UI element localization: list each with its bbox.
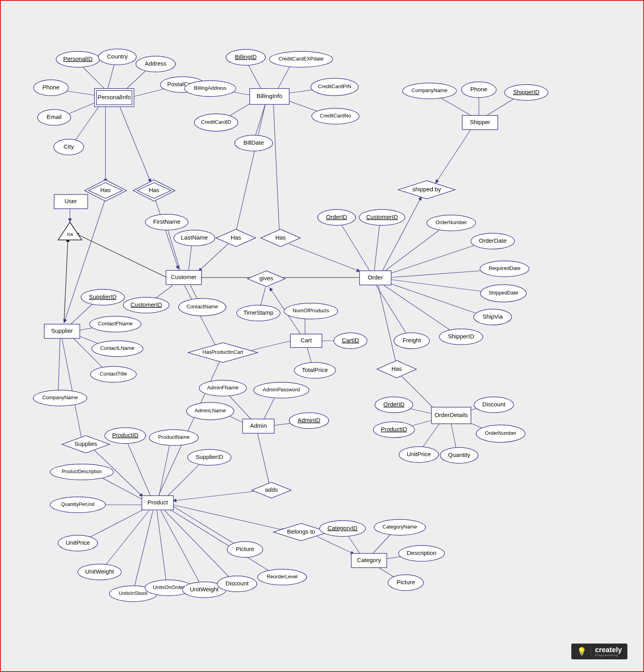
svg-text:CreditCardNo: CreditCardNo [320, 113, 351, 119]
svg-text:UnitPrice: UnitPrice [407, 451, 431, 457]
rel-has6-label: Has [392, 365, 402, 372]
rel-gives-label: gives [259, 275, 273, 281]
svg-text:ShipperID: ShipperID [448, 333, 475, 340]
svg-text:Picture: Picture [397, 579, 415, 585]
svg-line-26 [382, 196, 422, 272]
rel-has4-label: Has [275, 234, 286, 241]
entity-orderdetails-label: OrderDetails [435, 412, 468, 418]
svg-text:CreditCardEXPdate: CreditCardEXPdate [279, 56, 324, 62]
svg-text:ContactFName: ContactFName [98, 321, 132, 327]
er-diagram-svg: User ISA PersonalInfo BillingInfo Shippe… [1, 1, 644, 672]
svg-text:CategoryName: CategoryName [382, 524, 417, 530]
svg-line-20 [198, 244, 228, 272]
svg-text:AdminLName: AdminLName [195, 408, 226, 413]
svg-text:CustomerID: CustomerID [130, 301, 162, 308]
svg-line-73 [125, 438, 151, 497]
rel-belongsto-label: Belongs to [287, 528, 315, 535]
svg-text:CartID: CartID [342, 337, 359, 344]
svg-text:CreditCardID: CreditCardID [201, 119, 231, 125]
svg-text:UnitPrice: UnitPrice [66, 539, 90, 546]
svg-text:CreditCardPIN: CreditCardPIN [318, 83, 352, 89]
svg-text:UnitsInStock: UnitsInStock [119, 590, 148, 596]
svg-text:ContactName: ContactName [186, 304, 218, 310]
svg-text:ProductID: ProductID [381, 426, 407, 432]
svg-text:OrderNumber: OrderNumber [435, 219, 467, 225]
svg-text:Description: Description [407, 549, 436, 556]
svg-text:UnitsOnOrder: UnitsOnOrder [153, 584, 185, 590]
svg-text:QuantityPerUnit: QuantityPerUnit [61, 502, 95, 507]
svg-text:AdminPassword: AdminPassword [263, 387, 300, 393]
svg-text:BillingAddress: BillingAddress [194, 85, 227, 91]
rel-has2-label: Has [149, 187, 160, 193]
svg-line-84 [169, 509, 277, 576]
rel-adds-label: adds [265, 486, 278, 493]
rel-supplies-label: Supplies [74, 440, 97, 447]
svg-text:CustomerID: CustomerID [366, 213, 398, 220]
svg-line-79 [102, 511, 149, 570]
svg-text:PersonalID: PersonalID [63, 55, 92, 62]
svg-line-45 [376, 285, 410, 339]
svg-text:ShipVia: ShipVia [482, 313, 503, 320]
svg-line-58 [58, 339, 60, 396]
svg-line-74 [159, 440, 171, 497]
svg-text:BillingID: BillingID [235, 53, 256, 60]
svg-line-80 [133, 511, 153, 592]
svg-line-43 [390, 283, 487, 317]
svg-text:Phone: Phone [42, 84, 59, 91]
logo-sub: Diagramming [595, 653, 622, 657]
svg-line-82 [161, 511, 202, 588]
diagram-frame: { "logo":{"brand":"creately","sub":"Diag… [0, 0, 644, 672]
svg-text:Address: Address [145, 60, 166, 67]
svg-line-65 [258, 434, 269, 485]
svg-text:NumOfProducts: NumOfProducts [293, 308, 330, 313]
svg-text:BillDate: BillDate [243, 139, 264, 146]
rel-has3-label: Has [231, 234, 241, 241]
svg-text:CompanyName: CompanyName [412, 87, 447, 93]
entity-category-label: Category [357, 557, 381, 563]
svg-text:ProductID: ProductID [112, 432, 139, 438]
entity-supplier-label: Supplier [51, 327, 73, 334]
svg-text:City: City [64, 143, 74, 150]
entity-customer-label: Customer [171, 274, 196, 280]
isa-label: ISA [67, 232, 73, 237]
svg-text:ProductName: ProductName [158, 434, 189, 440]
entity-product-label: Product [147, 499, 168, 506]
svg-text:OrderID: OrderID [326, 213, 347, 220]
svg-text:Freight: Freight [403, 337, 422, 344]
svg-line-44 [384, 285, 457, 335]
svg-line-8 [119, 106, 151, 183]
svg-text:Picture: Picture [236, 546, 254, 552]
svg-line-37 [339, 220, 370, 272]
svg-text:OrderID: OrderID [383, 401, 405, 408]
svg-text:CategoryID: CategoryID [328, 525, 358, 531]
svg-line-6 [72, 106, 100, 145]
svg-line-31 [75, 233, 167, 277]
rel-hasproductincart-label: HasProductInCart [202, 349, 243, 355]
svg-text:LastName: LastName [181, 234, 208, 241]
svg-line-85 [171, 505, 242, 548]
svg-line-10 [155, 198, 179, 270]
svg-text:Discount: Discount [226, 580, 249, 587]
svg-text:Quantity: Quantity [448, 451, 470, 458]
svg-line-40 [390, 242, 485, 274]
entity-admin-label: Admin [250, 422, 267, 429]
svg-line-18 [236, 104, 266, 232]
entity-shipper-label: Shipper [470, 119, 490, 125]
bulb-icon: 💡 [577, 647, 587, 656]
svg-line-59 [62, 339, 82, 440]
entity-billinginfo-label: BillingInfo [256, 92, 282, 99]
svg-text:TotalPrice: TotalPrice [302, 366, 328, 373]
svg-line-87 [317, 536, 354, 554]
svg-text:UnitWeight: UnitWeight [85, 568, 114, 575]
svg-text:Country: Country [107, 53, 128, 60]
svg-line-25 [435, 129, 471, 183]
svg-text:AdminID: AdminID [298, 417, 320, 423]
entity-personalinfo-label: PersonalInfo [98, 94, 131, 100]
svg-line-86 [173, 505, 285, 530]
svg-text:OrderDate: OrderDate [479, 237, 507, 244]
svg-text:FirstName: FirstName [153, 218, 180, 225]
svg-line-32 [64, 238, 68, 323]
rel-has1-label: Has [100, 187, 111, 193]
svg-line-38 [374, 220, 380, 272]
svg-text:SupplierID: SupplierID [89, 293, 117, 300]
